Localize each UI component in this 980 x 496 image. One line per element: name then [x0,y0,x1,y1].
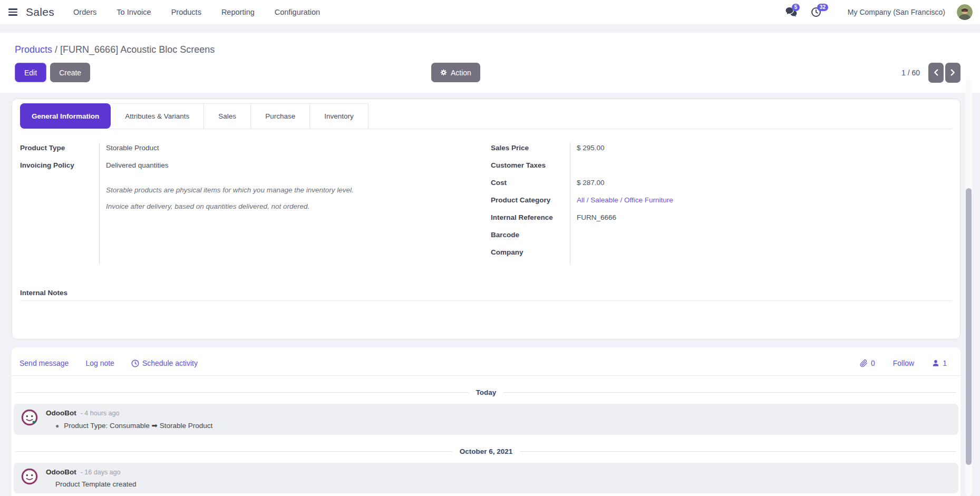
message-timestamp: - 4 hours ago [81,410,120,417]
field-value-barcode [577,230,952,247]
vertical-scrollbar[interactable] [965,79,972,496]
gear-icon [440,69,447,76]
schedule-activity-label: Schedule activity [142,359,198,367]
paperclip-icon [860,359,868,367]
app-brand[interactable]: Sales [26,6,54,18]
button-row: Edit Create Action 1 / 60 [15,63,960,82]
breadcrumb-separator: / [55,44,57,55]
attachments-button[interactable]: 0 [860,359,875,367]
field-label-product-type: Product Type [20,143,99,160]
scrollbar-thumb[interactable] [966,188,972,465]
field-value-internal-reference: FURN_6666 [577,212,952,230]
date-divider-label: Today [476,388,497,396]
follow-button[interactable]: Follow [893,359,914,367]
field-value-product-category-link[interactable]: All / Saleable / Office Furniture [577,195,952,212]
log-note-button[interactable]: Log note [85,359,114,367]
attachments-count: 0 [871,359,875,367]
hamburger-icon[interactable] [8,8,17,15]
field-label-cost: Cost [491,178,570,195]
nav-item-orders[interactable]: Orders [73,8,96,16]
nav-right: 5 32 My Company (San Francisco) [785,4,973,20]
field-label-company: Company [491,247,570,265]
messages-count-badge: 5 [792,4,800,11]
product-form-sheet: General Information Attributes & Variant… [12,99,960,339]
message-author: OdooBot [46,409,76,417]
field-label-customer-taxes: Customer Taxes [491,160,570,178]
notebook-tabs: General Information Attributes & Variant… [20,103,952,129]
odoobot-avatar [21,468,38,488]
messages-menu[interactable]: 5 [785,7,797,17]
field-label-internal-reference: Internal Reference [491,212,570,230]
tab-purchase[interactable]: Purchase [251,103,310,129]
chevron-left-icon [934,69,938,76]
chevron-right-icon [950,69,955,76]
field-label-barcode: Barcode [491,230,570,247]
chatter-toolbar: Send message Log note Schedule activity … [12,347,960,376]
send-message-button[interactable]: Send message [20,359,69,367]
field-label-sales-price: Sales Price [491,143,570,160]
person-icon [932,359,939,367]
chatter: Send message Log note Schedule activity … [12,347,960,496]
date-divider-october: October 6, 2021 [16,448,956,455]
message-body-text: Product Template created [55,480,137,488]
bullet-icon: ● [55,422,59,430]
pager-next-button[interactable] [945,63,960,83]
create-button[interactable]: Create [50,63,90,82]
tab-inventory[interactable]: Inventory [310,103,368,129]
pager-count: 1 / 60 [901,69,920,77]
clock-icon [131,359,139,367]
edit-button[interactable]: Edit [15,63,46,82]
followers-button[interactable]: 1 [932,359,947,367]
nav-left: Sales Orders To Invoice Products Reporti… [8,6,340,18]
pager-previous-button[interactable] [928,63,944,83]
internal-notes-section: Internal Notes [20,289,952,301]
followers-count: 1 [943,359,947,367]
schedule-activity-button[interactable]: Schedule activity [131,359,198,367]
form-left-group: Product Type Invoicing Policy Storable P… [20,143,481,265]
action-button[interactable]: Action [431,63,480,82]
odoobot-avatar [21,409,38,430]
field-label-invoicing-policy: Invoicing Policy [20,160,99,178]
nav-item-to-invoice[interactable]: To Invoice [117,8,151,16]
chatter-message[interactable]: OdooBot - 4 hours ago ● Product Type: Co… [14,404,958,435]
field-label-product-category: Product Category [491,195,570,212]
date-divider-label: October 6, 2021 [460,448,513,455]
message-body-text: Product Type: Consumable ➡ Storable Prod… [64,421,212,430]
field-value-sales-price: $ 295.00 [577,143,952,160]
field-value-product-type: Storable Product [106,143,481,160]
tab-general-information[interactable]: General Information [20,103,111,129]
chatter-message[interactable]: OdooBot - 16 days ago Product Template c… [14,463,958,493]
tab-sales[interactable]: Sales [204,103,251,129]
date-divider-today: Today [16,388,956,396]
action-button-label: Action [451,69,471,77]
breadcrumb-current: [FURN_6666] Acoustic Bloc Screens [60,44,215,55]
nav-item-reporting[interactable]: Reporting [221,8,255,16]
general-information-panel: Product Type Invoicing Policy Storable P… [12,129,960,265]
message-author: OdooBot [46,468,76,476]
form-right-group: Sales Price Customer Taxes Cost Product … [491,143,952,265]
company-switcher[interactable]: My Company (San Francisco) [848,8,945,16]
tab-attributes-variants[interactable]: Attributes & Variants [111,103,204,129]
internal-notes-label: Internal Notes [20,289,952,301]
user-avatar[interactable] [957,4,973,20]
breadcrumb: Products / [FURN_6666] Acoustic Bloc Scr… [15,43,960,56]
activities-count-badge: 32 [817,4,828,11]
nav-item-configuration[interactable]: Configuration [275,8,320,16]
breadcrumb-products-link[interactable]: Products [15,44,52,55]
product-type-help-text: Storable products are physical items for… [106,186,481,194]
activities-menu[interactable]: 32 [811,7,821,17]
pager: 1 / 60 [901,63,960,83]
field-value-company [577,247,952,265]
field-value-invoicing-policy: Delivered quantities [106,160,481,178]
nav-item-products[interactable]: Products [171,8,201,16]
control-panel: Products / [FURN_6666] Acoustic Bloc Scr… [0,33,980,93]
message-timestamp: - 16 days ago [81,469,121,476]
field-value-cost: $ 287.00 [577,178,952,195]
invoicing-policy-help-text: Invoice after delivery, based on quantit… [106,202,481,210]
field-value-customer-taxes [577,160,952,178]
top-navbar: Sales Orders To Invoice Products Reporti… [0,0,980,24]
